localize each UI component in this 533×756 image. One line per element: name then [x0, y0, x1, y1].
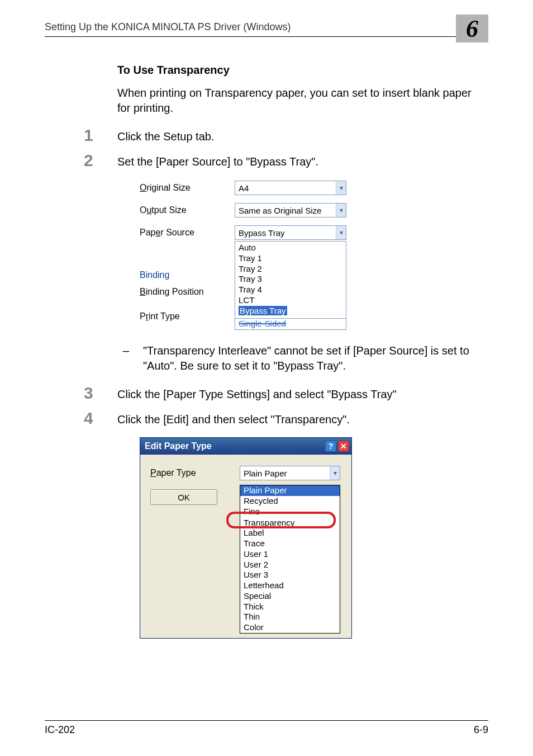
step-1-number: 1	[84, 126, 93, 145]
list-item[interactable]: Trace	[240, 538, 340, 549]
step-4-number: 4	[84, 409, 93, 428]
chevron-down-icon: ▾	[336, 226, 346, 239]
print-type-label: Print Type	[140, 308, 235, 325]
edit-paper-type-dialog: Edit Paper Type ? ✕ Paper Type Plain Pap…	[140, 437, 352, 639]
output-size-label: Output Size	[140, 205, 235, 215]
paper-type-select[interactable]: Plain Paper ▾	[240, 466, 340, 480]
step-3: 3 Click the [Paper Type Settings] and se…	[84, 387, 483, 402]
list-item[interactable]: Tray 2	[239, 264, 342, 275]
chevron-down-icon: ▾	[336, 181, 346, 195]
chapter-number: 6	[466, 15, 478, 43]
output-size-value: Same as Original Size	[239, 206, 321, 215]
edit-dialog-titlebar: Edit Paper Type ? ✕	[140, 438, 351, 455]
footer-row: IC-202 6-9	[45, 724, 488, 736]
step-3-text: Click the [Paper Type Settings] and sele…	[117, 387, 483, 402]
paper-source-dropdown-area: Auto Tray 1 Tray 2 Tray 3 Tray 4 LCT Byp…	[140, 241, 352, 330]
note-text: "Transparency Interleave" cannot be set …	[143, 344, 469, 372]
list-item[interactable]: Thick	[240, 602, 340, 612]
step-2: 2 Set the [Paper Source] to "Bypass Tray…	[84, 154, 483, 169]
figure-1: Original Size A4 ▾ Output Size Same as O…	[140, 179, 483, 330]
paper-source-value: Bypass Tray	[239, 228, 285, 238]
list-item-selected[interactable]: Plain Paper	[240, 485, 340, 496]
list-item-transparency[interactable]: Transparency	[240, 518, 340, 528]
original-size-value: A4	[239, 183, 249, 193]
list-item[interactable]: Bypass Tray	[239, 306, 342, 316]
close-icon[interactable]: ✕	[338, 441, 349, 452]
paper-type-label: Paper Type	[150, 468, 240, 478]
paper-source-row: Paper Source Bypass Tray ▾	[140, 224, 352, 241]
page-header: Setting Up the KONICA MINOLTA PS Driver …	[45, 21, 488, 47]
output-size-row: Output Size Same as Original Size ▾	[140, 202, 352, 219]
ok-button-label: OK	[178, 493, 190, 502]
help-icon[interactable]: ?	[325, 441, 336, 452]
edit-dialog-body: Paper Type Plain Paper ▾ OK Plain Paper …	[140, 455, 351, 638]
running-header-title: Setting Up the KONICA MINOLTA PS Driver …	[45, 21, 488, 33]
step-1: 1 Click the Setup tab.	[84, 129, 483, 144]
step-2-note: – "Transparency Interleave" cannot be se…	[117, 343, 483, 374]
paper-type-row: Paper Type Plain Paper ▾	[150, 466, 344, 480]
step-4: 4 Click the [Edit] and then select "Tran…	[84, 412, 483, 427]
chapter-badge: 6	[456, 15, 488, 42]
note-dash: –	[123, 343, 129, 358]
binding-group-label: Binding	[140, 267, 235, 284]
list-item[interactable]: User 1	[240, 549, 340, 560]
page-footer: IC-202 6-9	[45, 720, 488, 736]
footer-left: IC-202	[45, 724, 75, 736]
body-region: To Use Transparency When printing on Tra…	[45, 64, 488, 639]
page-root: Setting Up the KONICA MINOLTA PS Driver …	[0, 0, 533, 756]
list-item[interactable]: Auto	[239, 243, 342, 253]
paper-source-dropdown-list[interactable]: Auto Tray 1 Tray 2 Tray 3 Tray 4 LCT Byp…	[235, 241, 346, 319]
edit-dialog-title: Edit Paper Type	[145, 441, 212, 451]
paper-type-value: Plain Paper	[244, 469, 287, 478]
list-item[interactable]: Fine	[240, 507, 340, 518]
footer-right: 6-9	[474, 724, 488, 736]
list-item[interactable]: Special	[240, 591, 340, 602]
list-item[interactable]: User 3	[240, 570, 340, 580]
paper-source-select[interactable]: Bypass Tray ▾	[235, 225, 346, 240]
binding-position-label: Binding Position	[140, 284, 235, 300]
section-intro: When printing on Transparency paper, you…	[117, 86, 483, 116]
step-4-text: Click the [Edit] and then select "Transp…	[117, 412, 483, 427]
original-size-label: Original Size	[140, 183, 235, 193]
step-2-number: 2	[84, 151, 93, 170]
list-item[interactable]: Label	[240, 528, 340, 538]
chevron-down-icon: ▾	[336, 204, 346, 217]
ok-button[interactable]: OK	[150, 489, 217, 505]
list-item[interactable]: User 2	[240, 560, 340, 570]
step-1-text: Click the Setup tab.	[117, 129, 483, 144]
chevron-down-icon: ▾	[330, 466, 340, 480]
list-item[interactable]: Recycled	[240, 496, 340, 507]
list-item[interactable]: LCT	[239, 295, 342, 306]
list-item[interactable]: Tray 3	[239, 274, 342, 285]
list-item[interactable]: Tray 1	[239, 253, 342, 264]
list-item[interactable]: Letterhead	[240, 580, 340, 591]
header-rule	[45, 36, 488, 37]
left-labels-overlay: Binding Binding Position Print Type	[140, 244, 235, 325]
original-size-row: Original Size A4 ▾	[140, 179, 352, 196]
list-item[interactable]: Color	[240, 622, 340, 633]
figure-1-panel: Original Size A4 ▾ Output Size Same as O…	[140, 179, 352, 330]
step-3-number: 3	[84, 384, 93, 403]
footer-rule	[45, 720, 488, 721]
paper-source-label: Paper Source	[140, 228, 235, 238]
figure-2: Edit Paper Type ? ✕ Paper Type Plain Pap…	[140, 437, 483, 639]
list-item[interactable]: Thin	[240, 612, 340, 622]
titlebar-icons: ? ✕	[325, 441, 349, 452]
list-item[interactable]: Tray 4	[239, 285, 342, 295]
output-size-select[interactable]: Same as Original Size ▾	[235, 203, 346, 218]
step-2-text: Set the [Paper Source] to "Bypass Tray".	[117, 154, 483, 169]
paper-type-dropdown-list[interactable]: Plain Paper Recycled Fine Transparency L…	[240, 485, 340, 634]
list-item-selected: Bypass Tray	[239, 306, 287, 315]
print-type-cut-value: Single-Sided	[235, 319, 346, 330]
section-heading: To Use Transparency	[117, 64, 483, 77]
original-size-select[interactable]: A4 ▾	[235, 181, 346, 195]
